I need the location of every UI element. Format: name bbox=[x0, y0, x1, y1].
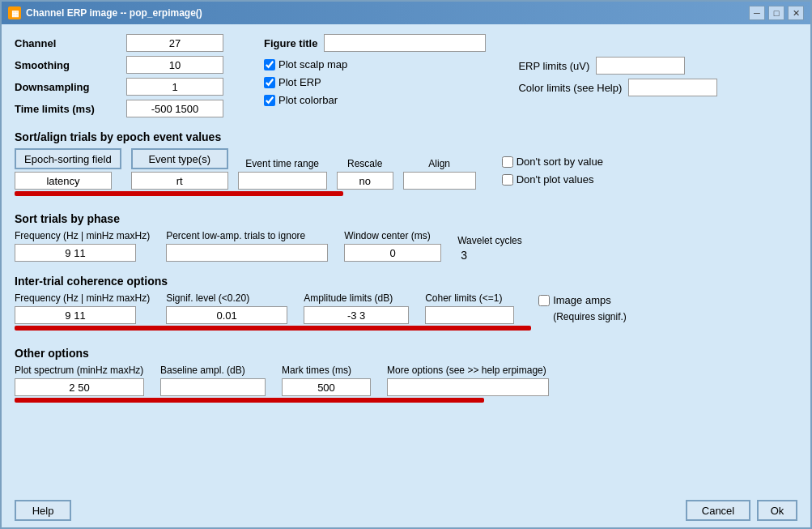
baseline-input[interactable] bbox=[160, 378, 266, 396]
maximize-button[interactable]: □ bbox=[768, 6, 784, 20]
coher-input[interactable] bbox=[425, 306, 514, 324]
erp-limits-label: ERP limits (uV) bbox=[518, 60, 589, 72]
wavelet-value: 3 bbox=[457, 249, 522, 262]
plot-erp-label: Plot ERP bbox=[278, 76, 321, 88]
signif-input[interactable] bbox=[166, 306, 287, 324]
event-time-range-input[interactable] bbox=[238, 172, 327, 190]
time-limits-label: Time limits (ms) bbox=[15, 103, 120, 115]
titlebar-controls[interactable]: ─ □ ✕ bbox=[749, 6, 804, 20]
plot-scalp-map-label: Plot scalp map bbox=[278, 58, 347, 70]
plot-erp-checkbox[interactable] bbox=[264, 77, 275, 88]
phase-freq-label: Frequency (Hz | minHz maxHz) bbox=[15, 230, 150, 241]
plot-colorbar-checkbox[interactable] bbox=[264, 95, 275, 106]
phase-percent-label: Percent low-amp. trials to ignore bbox=[166, 230, 328, 241]
phase-section-header: Sort trials by phase bbox=[15, 212, 797, 225]
dont-sort-checkbox[interactable] bbox=[502, 156, 513, 168]
smoothing-label: Smoothing bbox=[15, 59, 120, 71]
phase-percent-input[interactable] bbox=[166, 244, 328, 262]
main-window: ▦ Channel ERP image -- pop_erpimage() ─ … bbox=[0, 0, 812, 529]
footer: Help Cancel Ok bbox=[2, 495, 810, 527]
figure-title-input[interactable] bbox=[324, 34, 486, 52]
dont-plot-label: Don't plot values bbox=[517, 173, 594, 186]
titlebar: ▦ Channel ERP image -- pop_erpimage() ─ … bbox=[2, 2, 810, 24]
plot-colorbar-label: Plot colorbar bbox=[278, 94, 338, 106]
phase-window-input[interactable] bbox=[344, 244, 441, 262]
coherence-section-header: Inter-trial coherence options bbox=[15, 275, 797, 288]
requires-label: (Requires signif.) bbox=[553, 311, 627, 322]
help-button[interactable]: Help bbox=[15, 500, 71, 521]
close-button[interactable]: ✕ bbox=[788, 6, 804, 20]
plot-spectrum-input[interactable] bbox=[15, 378, 144, 396]
color-limits-input[interactable] bbox=[628, 79, 717, 96]
image-amps-checkbox[interactable] bbox=[538, 295, 550, 306]
minimize-button[interactable]: ─ bbox=[749, 6, 765, 20]
time-limits-input[interactable] bbox=[126, 100, 223, 117]
align-label: Align bbox=[403, 158, 476, 169]
dont-sort-label: Don't sort by value bbox=[517, 156, 603, 168]
epoch-sorting-input[interactable] bbox=[15, 172, 112, 190]
mark-times-input[interactable] bbox=[282, 378, 371, 396]
plot-spectrum-label: Plot spectrum (minHz maxHz) bbox=[15, 365, 144, 376]
baseline-label: Baseline ampl. (dB) bbox=[160, 365, 266, 376]
sort-redbar bbox=[15, 191, 343, 196]
titlebar-left: ▦ Channel ERP image -- pop_erpimage() bbox=[8, 6, 202, 19]
more-options-label: More options (see >> help erpimage) bbox=[387, 365, 549, 376]
app-icon: ▦ bbox=[8, 6, 21, 19]
coherence-redbar bbox=[15, 326, 531, 331]
erp-limits-input[interactable] bbox=[596, 57, 685, 75]
event-time-range-label: Event time range bbox=[238, 158, 327, 169]
downsampling-label: Downsampling bbox=[15, 81, 120, 93]
amplitude-input[interactable] bbox=[304, 306, 409, 324]
epoch-sorting-button[interactable]: Epoch-sorting field bbox=[15, 148, 121, 169]
figure-title-label: Figure title bbox=[264, 37, 317, 49]
phase-window-label: Window center (ms) bbox=[344, 230, 441, 241]
signif-label: Signif. level (<0.20) bbox=[166, 292, 287, 304]
coher-label: Coher limits (<=1) bbox=[425, 292, 514, 304]
color-limits-label: Color limits (see Help) bbox=[518, 82, 622, 94]
event-types-button[interactable]: Event type(s) bbox=[131, 148, 228, 169]
rescale-label: Rescale bbox=[337, 158, 393, 169]
sort-section-header: Sort/align trials by epoch event values bbox=[15, 130, 797, 143]
phase-freq-input[interactable] bbox=[15, 244, 136, 262]
coherence-freq-label: Frequency (Hz | minHz maxHz) bbox=[15, 292, 150, 304]
channel-input[interactable] bbox=[126, 34, 223, 52]
smoothing-input[interactable] bbox=[126, 56, 223, 74]
channel-label: Channel bbox=[15, 37, 120, 49]
dont-plot-checkbox[interactable] bbox=[502, 174, 513, 186]
mark-times-label: Mark times (ms) bbox=[282, 365, 371, 376]
align-input[interactable] bbox=[403, 172, 476, 190]
window-title: Channel ERP image -- pop_erpimage() bbox=[26, 7, 202, 19]
wavelet-label: Wavelet cycles bbox=[457, 235, 522, 246]
image-amps-label: Image amps bbox=[553, 294, 611, 306]
amplitude-label: Amplitude limits (dB) bbox=[304, 292, 409, 304]
event-types-input[interactable] bbox=[131, 172, 228, 190]
plot-scalp-map-checkbox[interactable] bbox=[264, 59, 275, 70]
coherence-freq-input[interactable] bbox=[15, 306, 136, 324]
other-section-header: Other options bbox=[15, 347, 797, 360]
rescale-input[interactable] bbox=[337, 172, 393, 190]
ok-button[interactable]: Ok bbox=[757, 500, 797, 521]
cancel-button[interactable]: Cancel bbox=[686, 500, 750, 521]
other-redbar bbox=[15, 398, 484, 403]
downsampling-input[interactable] bbox=[126, 78, 223, 96]
more-options-input[interactable] bbox=[387, 378, 549, 396]
